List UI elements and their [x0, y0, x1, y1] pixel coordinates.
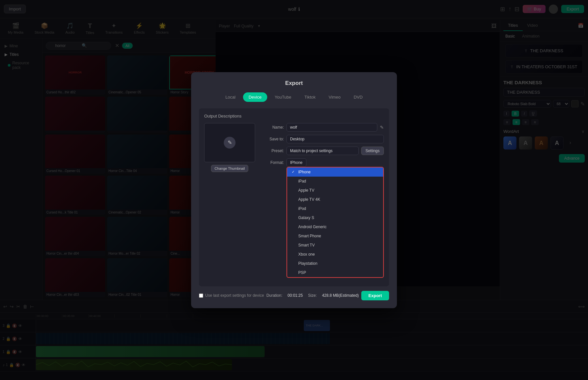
preset-row: Preset: Match to project settings Settin…	[260, 147, 384, 155]
dropdown-option-iphone[interactable]: ✓ IPhone	[287, 167, 383, 177]
dropdown-option-appletv4k[interactable]: Apple TV 4K	[287, 195, 383, 204]
dropdown-option-xbox[interactable]: Xbox one	[287, 250, 383, 259]
dropdown-option-smarttv[interactable]: Smart TV	[287, 241, 383, 250]
export-button-modal[interactable]: Export	[361, 291, 389, 300]
duration-label: Duration:	[267, 293, 283, 298]
dropdown-option-playstation[interactable]: Playstation	[287, 259, 383, 268]
name-input[interactable]	[286, 123, 377, 132]
format-row: Format: IPhone ✓ IPhone	[260, 158, 384, 278]
duration-info: Duration: 00:01:25 Size: 428.8 MB(Estima…	[267, 293, 359, 298]
name-label: Name:	[260, 125, 284, 130]
tab-tiktok[interactable]: Tiktok	[299, 92, 321, 102]
format-label: Format:	[260, 158, 284, 165]
name-row: Name: ✎	[260, 123, 384, 132]
preset-select[interactable]: Match to project settings	[286, 147, 359, 155]
option-label: Xbox one	[298, 252, 315, 257]
option-label: Smart TV	[298, 243, 315, 247]
option-label: Galaxy S	[298, 215, 314, 220]
export-modal-title: Export	[199, 80, 389, 87]
thumbnail-and-form: ✎ Change Thumbnail Name: ✎ Save to:	[204, 123, 384, 281]
option-label: Apple TV 4K	[298, 197, 320, 202]
dropdown-option-psp[interactable]: PSP	[287, 268, 383, 277]
thumbnail-area: ✎ Change Thumbnail	[204, 123, 255, 281]
use-last-checkbox-input[interactable]	[199, 293, 203, 298]
save-to-label: Save to:	[260, 137, 284, 141]
option-label: Smart Phone	[298, 234, 321, 238]
use-last-label: Use last export settings for device	[205, 293, 264, 298]
option-label: Android Generic	[298, 225, 327, 229]
change-thumbnail-button[interactable]: Change Thumbnail	[211, 165, 249, 172]
settings-button[interactable]: Settings	[361, 147, 384, 155]
duration-value: 00:01:25	[287, 293, 303, 298]
preset-label: Preset:	[260, 149, 284, 153]
size-value: 428.8 MB(Estimated)	[322, 293, 359, 298]
tab-vimeo[interactable]: Vimeo	[323, 92, 346, 102]
dropdown-option-ipod[interactable]: iPod	[287, 204, 383, 213]
dropdown-option-smartphone[interactable]: Smart Phone	[287, 231, 383, 241]
modal-overlay: Export Local Device YouTube Tiktok Vimeo…	[0, 0, 588, 380]
export-tabs: Local Device YouTube Tiktok Vimeo DVD	[199, 92, 389, 102]
name-edit-icon[interactable]: ✎	[380, 125, 384, 130]
form-fields: Name: ✎ Save to: Desktop Preset:	[260, 123, 384, 281]
option-label: Apple TV	[298, 188, 314, 193]
output-desc-title: Output Descriptions	[204, 114, 384, 119]
format-dropdown-container: IPhone ✓ IPhone iPad	[286, 158, 384, 278]
option-label: iPad	[298, 179, 306, 183]
thumbnail-pencil-icon: ✎	[224, 137, 236, 149]
save-to-row: Save to: Desktop	[260, 135, 384, 143]
tab-device[interactable]: Device	[243, 92, 267, 102]
save-to-select[interactable]: Desktop	[286, 135, 384, 143]
tab-local[interactable]: Local	[220, 92, 241, 102]
dropdown-option-appletv[interactable]: Apple TV	[287, 186, 383, 195]
option-label: Playstation	[298, 261, 318, 266]
tab-dvd[interactable]: DVD	[348, 92, 368, 102]
output-section: Output Descriptions ✎ Change Thumbnail N…	[199, 108, 389, 286]
option-label: iPod	[298, 206, 306, 211]
modal-footer: Use last export settings for device Dura…	[199, 291, 389, 300]
export-modal: Export Local Device YouTube Tiktok Vimeo…	[191, 72, 397, 308]
thumbnail-box: ✎	[204, 123, 255, 162]
option-label: PSP	[298, 270, 306, 275]
option-label: IPhone	[298, 170, 311, 174]
dropdown-option-android[interactable]: Android Generic	[287, 222, 383, 231]
format-select[interactable]: IPhone	[286, 158, 306, 167]
use-last-checkbox[interactable]: Use last export settings for device	[199, 293, 264, 298]
tab-youtube[interactable]: YouTube	[269, 92, 297, 102]
size-label: Size:	[308, 293, 317, 298]
device-dropdown-list: ✓ IPhone iPad Apple TV	[286, 167, 384, 278]
dropdown-option-galaxys[interactable]: Galaxy S	[287, 213, 383, 222]
dropdown-option-ipad[interactable]: iPad	[287, 177, 383, 186]
